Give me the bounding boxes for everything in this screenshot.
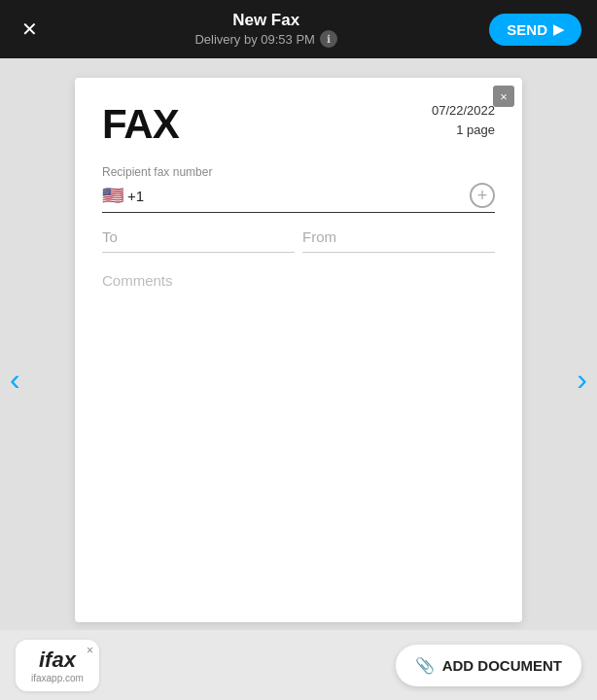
delivery-time: Delivery by 09:53 PM xyxy=(194,32,315,47)
header-subtitle: Delivery by 09:53 PM ℹ xyxy=(194,30,337,48)
fax-pages: 1 page xyxy=(432,121,495,140)
card-close-button[interactable]: × xyxy=(493,86,514,107)
page-title: New Fax xyxy=(194,11,337,30)
to-from-row: To From xyxy=(102,228,495,253)
from-field[interactable]: From xyxy=(302,228,495,253)
send-arrow-icon: ▶ xyxy=(553,21,564,37)
main-content: ‹ × FAX 07/22/2022 1 page Recipient fax … xyxy=(0,58,597,700)
fax-meta: 07/22/2022 1 page xyxy=(432,101,495,139)
to-field[interactable]: To xyxy=(102,228,295,253)
add-document-button[interactable]: 📎 ADD DOCUMENT xyxy=(396,645,581,686)
send-button[interactable]: SEND ▶ xyxy=(489,14,581,46)
recipient-section: Recipient fax number 🇺🇸 +1 + xyxy=(102,165,495,213)
ifax-url: ifaxapp.com xyxy=(31,673,84,683)
flag-icon: 🇺🇸 xyxy=(102,185,123,206)
header-center: New Fax Delivery by 09:53 PM ℹ xyxy=(194,11,337,48)
send-label: SEND xyxy=(507,21,547,38)
header: ✕ New Fax Delivery by 09:53 PM ℹ SEND ▶ xyxy=(0,0,597,58)
branding-close-button[interactable]: × xyxy=(87,644,93,657)
add-recipient-button[interactable]: + xyxy=(470,183,495,208)
bottom-bar: × ifax ifaxapp.com 📎 ADD DOCUMENT xyxy=(0,630,597,700)
previous-page-button[interactable]: ‹ xyxy=(0,352,30,407)
recipient-input-row[interactable]: 🇺🇸 +1 + xyxy=(102,183,495,213)
to-placeholder: To xyxy=(102,228,118,245)
paperclip-icon: 📎 xyxy=(415,656,435,675)
country-code: +1 xyxy=(127,188,470,204)
ifax-logo: ifax xyxy=(39,648,76,673)
fax-header: FAX 07/22/2022 1 page xyxy=(102,101,495,148)
add-document-label: ADD DOCUMENT xyxy=(442,657,562,674)
info-icon[interactable]: ℹ xyxy=(320,30,337,48)
ifax-branding: × ifax ifaxapp.com xyxy=(16,640,99,691)
next-page-button[interactable]: › xyxy=(567,352,597,407)
from-placeholder: From xyxy=(302,228,336,245)
fax-label: FAX xyxy=(102,101,179,148)
fax-document-card: × FAX 07/22/2022 1 page Recipient fax nu… xyxy=(75,78,522,622)
close-button[interactable]: ✕ xyxy=(16,16,43,43)
comments-placeholder: Comments xyxy=(102,272,173,289)
recipient-label: Recipient fax number xyxy=(102,165,495,179)
fax-date: 07/22/2022 xyxy=(432,101,495,121)
comments-section[interactable]: Comments xyxy=(102,272,495,290)
